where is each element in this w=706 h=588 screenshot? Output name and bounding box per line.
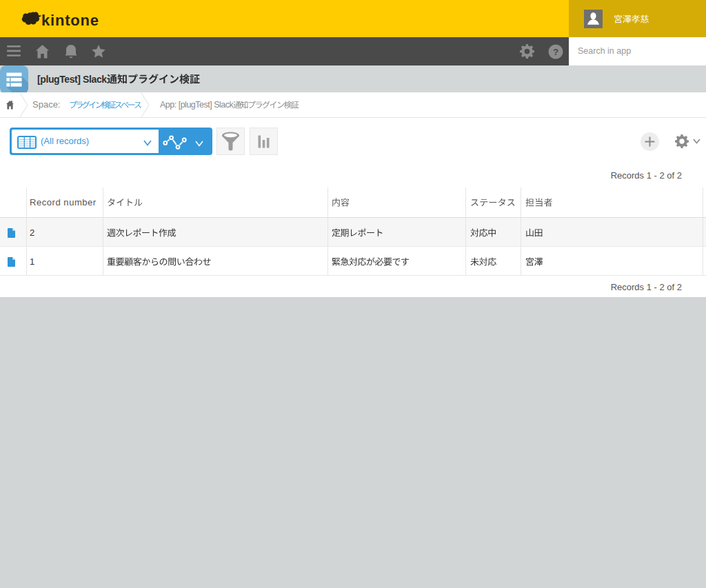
svg-text:kintone: kintone — [41, 12, 99, 29]
svg-text:?: ? — [553, 47, 558, 57]
